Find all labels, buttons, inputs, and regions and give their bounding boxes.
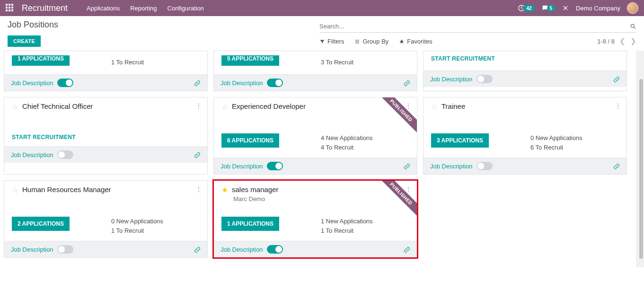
link-icon[interactable] (194, 151, 201, 158)
new-applications-text: 1 New Applications (321, 217, 373, 226)
user-avatar[interactable] (627, 2, 638, 14)
job-description-link[interactable]: Job Description (430, 76, 473, 83)
messages-count: 5 (547, 5, 556, 11)
start-recruitment-button[interactable]: START RECRUITMENT (12, 134, 76, 141)
card-menu-icon[interactable]: ⋮ (405, 102, 411, 110)
to-recruit-text: 1 To Recruit (111, 226, 163, 236)
pager-prev[interactable]: ❮ (619, 37, 626, 45)
vertical-scrollbar[interactable] (636, 51, 644, 267)
job-description-link[interactable]: Job Description (221, 163, 263, 170)
job-card-trainee[interactable]: ⋮ ☆Trainee 3 APPLICATIONS 0 New Applicat… (423, 97, 627, 175)
favorites-label: Favorites (407, 38, 432, 45)
card-subtitle: Marc Demo (233, 195, 409, 202)
job-card-hr-manager[interactable]: ⋮ ☆Human Resources Manager 2 APPLICATION… (4, 180, 208, 258)
jd-toggle[interactable] (57, 79, 73, 87)
link-icon[interactable] (404, 162, 410, 170)
search-bar (319, 20, 636, 33)
filters-label: Filters (327, 38, 344, 45)
company-name[interactable]: Demo Company (576, 5, 620, 12)
nav-applications[interactable]: Applications (87, 5, 120, 12)
app-brand[interactable]: Recruitment (22, 3, 68, 13)
link-icon[interactable] (613, 75, 620, 83)
groupby-button[interactable]: Group By (354, 38, 388, 45)
link-icon[interactable] (613, 162, 620, 170)
star-icon (399, 38, 405, 45)
new-applications-text: 0 New Applications (530, 133, 582, 143)
to-recruit-text: 4 To Recruit (321, 143, 373, 152)
messages-button[interactable]: 5 (541, 4, 556, 12)
page-title: Job Positions (8, 20, 58, 30)
to-recruit-text: 1 To Recruit (321, 226, 373, 236)
jd-toggle[interactable] (57, 245, 73, 254)
applications-button[interactable]: 5 APPLICATIONS (221, 55, 279, 66)
top-navbar: Recruitment Applications Reporting Confi… (0, 0, 644, 16)
job-description-link[interactable]: Job Description (221, 79, 263, 87)
search-input[interactable] (319, 20, 630, 32)
card-title: Human Resources Manager (22, 185, 111, 193)
card-menu-icon[interactable]: ⋮ (195, 185, 202, 193)
pager-text: 1-8 / 8 (597, 38, 615, 45)
favorite-star[interactable]: ☆ (431, 102, 438, 111)
job-card-experienced-developer[interactable]: PUBLISHED ⋮ ☆Experienced Developer 6 APP… (213, 97, 417, 175)
favorite-star[interactable]: ☆ (12, 102, 18, 111)
jd-toggle[interactable] (267, 79, 283, 87)
list-icon (354, 38, 360, 45)
filters-button[interactable]: Filters (319, 38, 344, 45)
link-icon[interactable] (194, 79, 201, 87)
to-recruit-text: 6 To Recruit (530, 143, 582, 152)
groupby-label: Group By (362, 38, 388, 45)
filter-icon (319, 38, 325, 45)
job-card-cto[interactable]: ⋮ ☆Chief Technical Officer START RECRUIT… (4, 97, 208, 175)
applications-button[interactable]: 1 APPLICATIONS (221, 217, 279, 231)
job-card[interactable]: START RECRUITMENT Job Description (423, 51, 627, 91)
jd-toggle[interactable] (267, 162, 283, 170)
link-icon[interactable] (194, 246, 201, 253)
link-icon[interactable] (404, 79, 410, 87)
apps-icon[interactable] (6, 4, 14, 12)
job-description-link[interactable]: Job Description (430, 163, 473, 170)
debug-icon[interactable] (562, 4, 569, 12)
favorite-star[interactable]: ☆ (221, 102, 228, 111)
to-recruit-text: 1 To Recruit (111, 58, 144, 67)
job-description-link[interactable]: Job Description (11, 151, 53, 158)
job-card[interactable]: 1 APPLICATIONS 1 To Recruit Job Descript… (4, 51, 208, 91)
applications-button[interactable]: 3 APPLICATIONS (431, 133, 489, 148)
card-title: Trainee (441, 102, 465, 110)
favorite-star[interactable]: ☆ (12, 185, 18, 194)
favorites-button[interactable]: Favorites (399, 38, 432, 45)
job-description-link[interactable]: Job Description (11, 79, 53, 87)
job-card[interactable]: 5 APPLICATIONS 3 To Recruit Job Descript… (213, 51, 417, 91)
card-menu-icon[interactable]: ⋮ (405, 185, 411, 193)
card-title: Chief Technical Officer (22, 102, 93, 110)
to-recruit-text: 3 To Recruit (321, 58, 353, 67)
create-button[interactable]: CREATE (8, 35, 41, 47)
jd-toggle[interactable] (57, 150, 73, 159)
applications-button[interactable]: 2 APPLICATIONS (12, 217, 70, 231)
card-title: Experienced Developer (232, 102, 306, 110)
job-card-sales-manager[interactable]: PUBLISHED ⋮ ★sales manager Marc Demo 1 A… (213, 180, 417, 258)
jd-toggle[interactable] (267, 245, 283, 254)
svg-point-1 (631, 24, 634, 27)
activity-count: 42 (523, 5, 534, 11)
link-icon[interactable] (404, 246, 410, 253)
favorite-star[interactable]: ★ (221, 185, 228, 194)
applications-button[interactable]: 1 APPLICATIONS (12, 55, 70, 66)
activity-button[interactable]: 42 (518, 4, 534, 12)
kanban-board: 1 APPLICATIONS 1 To Recruit Job Descript… (0, 51, 636, 267)
nav-reporting[interactable]: Reporting (130, 5, 157, 12)
jd-toggle[interactable] (476, 162, 493, 170)
start-recruitment-button[interactable]: START RECRUITMENT (431, 55, 495, 62)
nav-configuration[interactable]: Configuration (168, 5, 204, 12)
card-title: sales manager (232, 185, 278, 193)
jd-toggle[interactable] (476, 75, 493, 83)
job-description-link[interactable]: Job Description (221, 246, 263, 253)
applications-button[interactable]: 6 APPLICATIONS (221, 133, 279, 148)
new-applications-text: 4 New Applications (321, 133, 373, 143)
card-menu-icon[interactable]: ⋮ (615, 102, 621, 110)
pager-next[interactable]: ❯ (630, 37, 636, 45)
job-description-link[interactable]: Job Description (11, 246, 53, 253)
new-applications-text: 0 New Applications (111, 217, 163, 226)
search-icon[interactable] (630, 22, 636, 30)
card-menu-icon[interactable]: ⋮ (195, 102, 202, 110)
